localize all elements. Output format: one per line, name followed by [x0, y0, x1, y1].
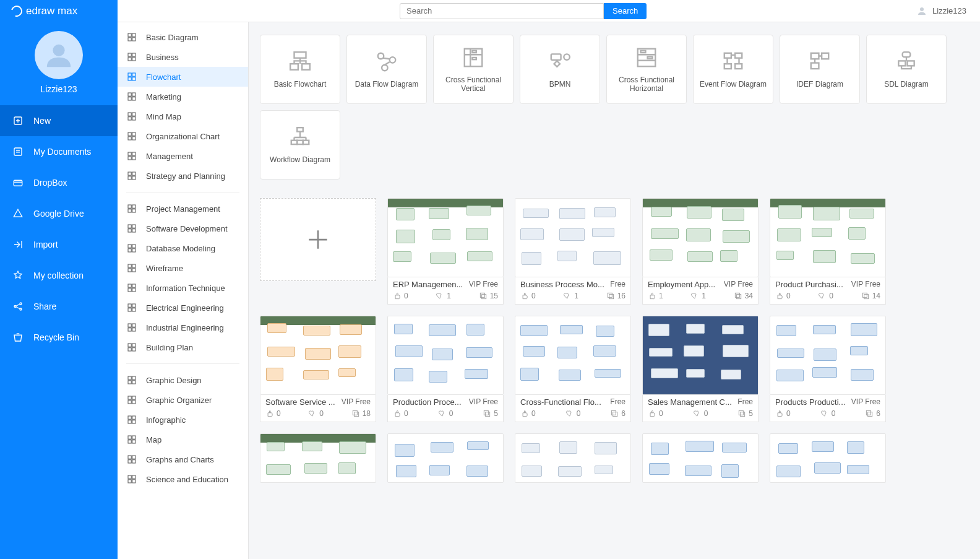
template-thumbnail[interactable] — [387, 433, 504, 483]
category-science-and-education[interactable]: Science and Education — [118, 469, 248, 489]
category-icon — [126, 32, 137, 43]
search-input[interactable] — [400, 3, 604, 19]
category-graphs-and-charts[interactable]: Graphs and Charts — [118, 449, 248, 469]
template-thumbnail[interactable] — [515, 433, 631, 483]
like-button[interactable]: 0 — [520, 292, 536, 300]
favorite-button[interactable]: 1 — [690, 292, 706, 300]
nav-google-drive[interactable]: Google Drive — [0, 198, 118, 229]
nav-share[interactable]: Share — [0, 291, 118, 322]
category-business[interactable]: Business — [118, 47, 248, 67]
favorite-button[interactable]: 0 — [438, 409, 453, 418]
copy-icon — [865, 409, 874, 418]
copy-button[interactable]: 18 — [351, 409, 371, 418]
template-thumbnail[interactable] — [770, 316, 886, 395]
category-electrical-engineering[interactable]: Electrical Engineering — [118, 298, 248, 318]
favorite-button[interactable]: 0 — [818, 292, 833, 300]
favorite-button[interactable]: 0 — [308, 409, 324, 418]
category-organizational-chart[interactable]: Organizational Chart — [118, 126, 248, 146]
nav-my-collection[interactable]: My collection — [0, 260, 118, 291]
category-software-development[interactable]: Software Development — [118, 219, 248, 238]
favorite-button[interactable]: 1 — [436, 292, 451, 300]
diagram-type-cross-functional-vertical[interactable]: Cross Functional Vertical — [433, 35, 514, 104]
template-price: Free — [737, 397, 753, 407]
like-button[interactable]: 0 — [648, 409, 663, 418]
category-label: Building Plan — [146, 343, 193, 352]
like-button[interactable]: 0 — [393, 409, 408, 418]
template-card: Sales Management C... Free 0 0 5 — [642, 316, 759, 422]
favorite-button[interactable]: 0 — [820, 409, 836, 418]
app-logo[interactable]: edraw max — [0, 0, 118, 22]
template-thumbnail[interactable] — [642, 316, 759, 395]
like-button[interactable]: 0 — [775, 292, 791, 300]
category-database-modeling[interactable]: Database Modeling — [118, 238, 248, 258]
template-thumbnail[interactable] — [260, 433, 376, 483]
diagram-type-sdl-diagram[interactable]: SDL Diagram — [866, 35, 947, 104]
copy-count: 5 — [494, 409, 498, 418]
template-thumbnail[interactable] — [642, 433, 759, 483]
category-icon — [126, 170, 137, 181]
category-project-management[interactable]: Project Management — [118, 199, 248, 219]
favorite-button[interactable]: 1 — [563, 292, 578, 300]
category-graphic-design[interactable]: Graphic Design — [118, 370, 248, 390]
template-thumbnail[interactable] — [387, 198, 504, 277]
diagram-type-bpmn[interactable]: BPMN — [520, 35, 600, 104]
nav-recycle-bin[interactable]: Recycle Bin — [0, 322, 118, 353]
copy-button[interactable]: 5 — [483, 409, 498, 418]
like-button[interactable]: 0 — [265, 409, 281, 418]
category-flowchart[interactable]: Flowchart — [118, 67, 248, 87]
nav-my-documents[interactable]: My Documents — [0, 136, 118, 167]
diagram-type-event-flow-diagram[interactable]: Event Flow Diagram — [693, 35, 773, 104]
diagram-type-idef-diagram[interactable]: IDEF Diagram — [780, 35, 860, 104]
diagram-type-workflow-diagram[interactable]: Workflow Diagram — [260, 110, 340, 180]
copy-icon — [606, 292, 615, 300]
copy-icon — [483, 409, 491, 418]
category-building-plan[interactable]: Building Plan — [118, 337, 248, 357]
svg-rect-80 — [128, 416, 131, 419]
search-button[interactable]: Search — [604, 3, 647, 19]
category-marketing[interactable]: Marketing — [118, 87, 248, 106]
svg-rect-26 — [128, 117, 131, 120]
favorite-button[interactable]: 0 — [565, 409, 581, 418]
diagram-type-data-flow-diagram[interactable]: Data Flow Diagram — [346, 35, 427, 104]
category-industrial-engineering[interactable]: Industrial Engineering — [118, 318, 248, 337]
like-button[interactable]: 0 — [393, 292, 408, 300]
copy-button[interactable]: 5 — [737, 409, 753, 418]
copy-button[interactable]: 16 — [606, 292, 625, 300]
category-strategy-and-planning[interactable]: Strategy and Planning — [118, 166, 248, 186]
copy-button[interactable]: 14 — [861, 292, 880, 300]
copy-button[interactable]: 6 — [865, 409, 880, 418]
svg-point-7 — [20, 308, 22, 310]
template-thumbnail[interactable] — [515, 316, 631, 395]
category-graphic-organizer[interactable]: Graphic Organizer — [118, 390, 248, 410]
like-button[interactable]: 0 — [775, 409, 791, 418]
svg-rect-119 — [908, 61, 914, 66]
nav-new[interactable]: New — [0, 105, 118, 136]
nav-import[interactable]: Import — [0, 229, 118, 260]
template-thumbnail[interactable] — [387, 316, 504, 395]
category-basic-diagram[interactable]: Basic Diagram — [118, 27, 248, 47]
category-management[interactable]: Management — [118, 146, 248, 166]
category-infographic[interactable]: Infographic — [118, 410, 248, 430]
diagram-type-basic-flowchart[interactable]: Basic Flowchart — [260, 35, 340, 104]
like-button[interactable]: 0 — [520, 409, 536, 418]
category-wireframe[interactable]: Wireframe — [118, 258, 248, 278]
new-blank-button[interactable] — [260, 198, 376, 281]
category-label: Graphic Organizer — [146, 396, 212, 405]
copy-button[interactable]: 15 — [479, 292, 498, 300]
nav-dropbox[interactable]: DropBox — [0, 167, 118, 198]
template-thumbnail[interactable] — [770, 433, 886, 483]
copy-button[interactable]: 6 — [610, 409, 625, 418]
category-information-technique[interactable]: Information Technique — [118, 278, 248, 298]
template-thumbnail[interactable] — [515, 198, 631, 277]
template-thumbnail[interactable] — [260, 316, 376, 395]
template-thumbnail[interactable] — [770, 198, 886, 277]
category-mind-map[interactable]: Mind Map — [118, 106, 248, 126]
copy-button[interactable]: 34 — [734, 292, 753, 300]
user-area[interactable]: Lizzie123 — [916, 6, 966, 17]
favorite-button[interactable]: 0 — [693, 409, 708, 418]
profile-avatar[interactable] — [35, 31, 83, 79]
template-thumbnail[interactable] — [642, 198, 759, 277]
diagram-type-cross-functional-horizontal[interactable]: Cross Functional Horizontal — [606, 35, 687, 104]
category-map[interactable]: Map — [118, 430, 248, 449]
like-button[interactable]: 1 — [648, 292, 663, 300]
